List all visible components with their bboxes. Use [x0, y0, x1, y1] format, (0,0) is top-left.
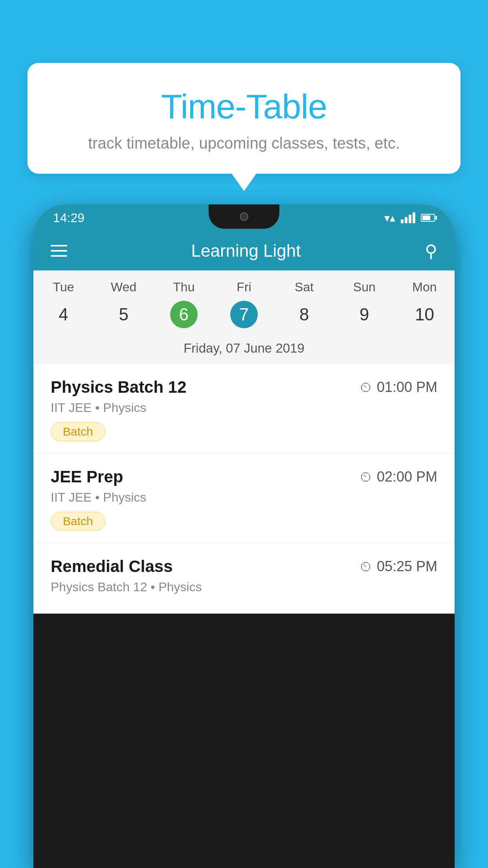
speech-bubble: Time-Table track timetable, upcoming cla… — [28, 63, 460, 174]
clock-icon: ⏲ — [360, 380, 373, 395]
day-7-selected[interactable]: 7 — [230, 301, 258, 328]
search-icon[interactable]: ⚲ — [425, 241, 437, 261]
wifi-icon: ▾▴ — [384, 211, 395, 224]
class-list: Physics Batch 12 ⏲ 01:00 PM IIT JEE • Ph… — [33, 364, 455, 614]
class-name: Remedial Class — [51, 557, 173, 576]
app-header: Learning Light ⚲ — [33, 231, 455, 270]
battery-icon — [421, 214, 435, 222]
day-6-today[interactable]: 6 — [170, 301, 198, 328]
day-8[interactable]: 8 — [290, 301, 318, 328]
class-time: ⏲ 02:00 PM — [360, 469, 437, 485]
status-time: 14:29 — [53, 211, 84, 225]
class-item-top: JEE Prep ⏲ 02:00 PM — [51, 467, 437, 486]
app-title: Learning Light — [191, 241, 301, 261]
class-item-top: Remedial Class ⏲ 05:25 PM — [51, 557, 437, 576]
page-title: Time-Table — [51, 86, 437, 127]
signal-icon — [401, 212, 415, 223]
class-item-top: Physics Batch 12 ⏲ 01:00 PM — [51, 378, 437, 397]
selected-date: Friday, 07 June 2019 — [33, 336, 455, 364]
class-detail: Physics Batch 12 • Physics — [51, 580, 437, 594]
day-label-fri: Fri — [214, 280, 274, 301]
class-time: ⏲ 05:25 PM — [360, 558, 437, 575]
class-item[interactable]: Remedial Class ⏲ 05:25 PM Physics Batch … — [33, 543, 455, 614]
class-time-value: 02:00 PM — [377, 469, 437, 485]
menu-button[interactable] — [51, 245, 67, 257]
batch-badge: Batch — [51, 422, 105, 441]
notch — [209, 204, 279, 229]
day-4[interactable]: 4 — [50, 301, 77, 328]
batch-badge: Batch — [51, 512, 105, 531]
day-10[interactable]: 10 — [411, 301, 438, 328]
page-subtitle: track timetable, upcoming classes, tests… — [51, 134, 437, 152]
calendar-strip: Tue Wed Thu Fri Sat Sun Mon 4 5 6 7 8 9 … — [33, 270, 455, 364]
class-time-value: 05:25 PM — [377, 558, 437, 575]
clock-icon: ⏲ — [360, 469, 373, 485]
class-name: Physics Batch 12 — [51, 378, 187, 397]
speech-bubble-container: Time-Table track timetable, upcoming cla… — [28, 63, 460, 174]
day-9[interactable]: 9 — [350, 301, 378, 328]
class-time: ⏲ 01:00 PM — [360, 379, 437, 395]
day-label-tue: Tue — [33, 280, 94, 301]
class-time-value: 01:00 PM — [377, 379, 437, 395]
day-label-mon: Mon — [394, 280, 455, 301]
class-detail: IIT JEE • Physics — [51, 401, 437, 415]
status-bar: 14:29 ▾▴ — [33, 204, 455, 231]
day-numbers: 4 5 6 7 8 9 10 — [33, 301, 455, 336]
day-label-wed: Wed — [94, 280, 154, 301]
camera — [240, 212, 248, 221]
day-label-thu: Thu — [154, 280, 214, 301]
phone-frame: 14:29 ▾▴ — [33, 204, 455, 868]
status-icons: ▾▴ — [384, 211, 435, 224]
class-detail: IIT JEE • Physics — [51, 490, 437, 505]
phone-screen: 14:29 ▾▴ — [33, 204, 455, 614]
day-5[interactable]: 5 — [110, 301, 138, 328]
class-item[interactable]: JEE Prep ⏲ 02:00 PM IIT JEE • Physics Ba… — [33, 453, 455, 543]
clock-icon: ⏲ — [360, 559, 373, 574]
class-item[interactable]: Physics Batch 12 ⏲ 01:00 PM IIT JEE • Ph… — [33, 364, 455, 453]
class-name: JEE Prep — [51, 467, 123, 486]
day-label-sun: Sun — [334, 280, 394, 301]
day-label-sat: Sat — [274, 280, 334, 301]
day-headers: Tue Wed Thu Fri Sat Sun Mon — [33, 280, 455, 301]
